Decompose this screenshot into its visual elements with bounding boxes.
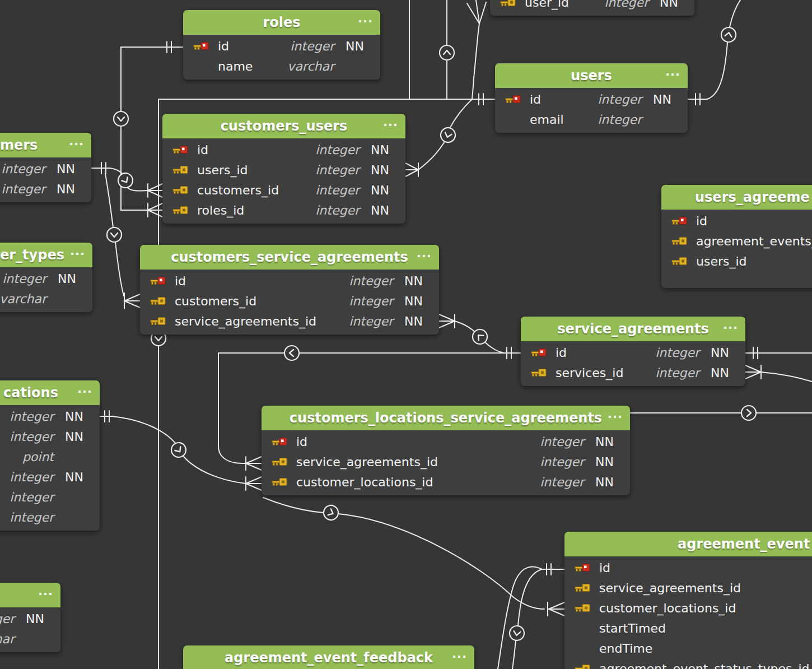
table-er_types_partial[interactable]: er_types···integerNNvarchar <box>0 243 92 312</box>
relationship-line <box>235 463 246 463</box>
table-row[interactable]: service_agreements_id <box>564 578 812 598</box>
table-menu-dots[interactable]: ··· <box>70 248 85 259</box>
table-row[interactable]: integerNN <box>0 406 100 426</box>
table-header[interactable]: er_types··· <box>0 243 92 267</box>
table-row[interactable]: endTime <box>564 638 812 658</box>
table-row[interactable]: roles_idintegerNN <box>162 200 405 220</box>
table-row[interactable]: agreement_event_status_types_id <box>564 658 812 669</box>
table-header[interactable]: roles··· <box>183 10 380 35</box>
table-header[interactable]: customers_service_agreements··· <box>140 245 439 270</box>
column-name: service_agreements_id <box>175 314 349 328</box>
relationship-line <box>439 321 455 328</box>
table-row[interactable]: service_agreements_idintegerNN <box>140 311 439 331</box>
table-agreement_events_partial[interactable]: agreement_event···idservice_agreements_i… <box>564 532 812 669</box>
table-row[interactable]: users_idintegerNN <box>162 160 405 180</box>
table-menu-dots[interactable]: ··· <box>38 588 53 600</box>
table-header[interactable]: customers_users··· <box>162 114 405 138</box>
table-header[interactable]: customers_locations_service_agreements··… <box>262 406 630 430</box>
table-row[interactable]: idintegerNN <box>495 89 688 109</box>
table-row[interactable]: integer <box>0 507 100 527</box>
table-agreement_event_feedback[interactable]: agreement_event_feedback··· <box>183 645 474 669</box>
table-row[interactable]: har <box>0 629 60 649</box>
column-name: user_id <box>525 0 604 10</box>
foreign-key-cell <box>671 255 696 267</box>
table-row[interactable]: customers_idintegerNN <box>162 180 405 200</box>
relationship-line <box>112 416 175 443</box>
relationship-line <box>707 43 727 99</box>
table-header[interactable]: ··· <box>0 583 60 607</box>
table-users_agreements_partial[interactable]: users_agreeme···idagreement_events_users… <box>661 185 812 288</box>
table-row[interactable]: point <box>0 447 100 467</box>
table-row[interactable]: customers_idintegerNN <box>140 291 439 311</box>
table-body: idintegerNNusers_idintegerNNcustomers_id… <box>162 138 405 224</box>
column-type: varchar <box>287 59 334 73</box>
table-menu-dots[interactable]: ··· <box>608 411 623 422</box>
table-row[interactable]: agreement_events_ <box>661 231 812 251</box>
table-row[interactable]: customer_locations_id <box>564 598 812 618</box>
not-null-flag: NN <box>711 366 733 380</box>
table-row[interactable]: id <box>564 558 812 578</box>
table-header[interactable]: service_agreements··· <box>521 317 745 341</box>
table-row[interactable]: emailinteger <box>495 109 688 129</box>
table-row[interactable]: integerNN <box>0 467 100 487</box>
table-row[interactable]: integerNN <box>0 179 91 199</box>
not-null-flag: NN <box>404 314 427 328</box>
column-name: id <box>296 435 540 449</box>
table-row[interactable]: services_idintegerNN <box>521 363 745 383</box>
table-row[interactable]: idintegerNN <box>262 431 630 452</box>
table-menu-dots[interactable]: ··· <box>417 250 432 262</box>
table-roles[interactable]: roles···idintegerNNnamevarchar <box>183 10 380 80</box>
table-customers_locations_service_agreements[interactable]: customers_locations_service_agreements··… <box>262 406 630 495</box>
relationship-direction-marker <box>439 126 457 144</box>
table-menu-dots[interactable]: ··· <box>77 385 92 397</box>
table-row[interactable]: service_agreements_idintegerNN <box>262 452 630 472</box>
table-row[interactable]: id <box>661 211 812 231</box>
table-row[interactable]: namevarchar <box>183 56 380 76</box>
table-row[interactable]: gerNN <box>0 608 60 629</box>
table-menu-dots[interactable]: ··· <box>69 138 84 150</box>
relationship-line <box>745 365 761 372</box>
relationship-line <box>124 301 140 308</box>
table-row[interactable]: customer_locations_idintegerNN <box>262 472 630 492</box>
table-row[interactable]: idintegerNN <box>521 342 745 363</box>
table-row[interactable]: integerNN <box>0 268 92 289</box>
table-menu-dots[interactable]: ··· <box>665 68 680 80</box>
table-row[interactable]: integerNN <box>0 426 100 447</box>
table-row[interactable]: varchar <box>0 289 92 309</box>
foreign-key-cell <box>172 164 197 176</box>
table-service_agreements[interactable]: service_agreements···idintegerNNservices… <box>521 317 745 386</box>
table-row[interactable]: integerNN <box>0 159 91 179</box>
table-menu-dots[interactable]: ··· <box>383 119 398 131</box>
table-menu-dots[interactable]: ··· <box>358 15 373 27</box>
table-header[interactable]: cations··· <box>0 380 100 405</box>
table-customers_service_agreements[interactable]: customers_service_agreements···idinteger… <box>140 245 439 334</box>
relationship-line <box>218 353 235 463</box>
table-row[interactable]: user_idintegerNN <box>490 0 694 12</box>
table-customers_partial[interactable]: mers···integerNNintegerNN <box>0 133 91 202</box>
primary-key-icon <box>505 93 522 105</box>
table-header[interactable]: users_agreeme··· <box>661 185 812 210</box>
table-users[interactable]: users···idintegerNNemailinteger <box>495 63 688 133</box>
table-menu-dots[interactable]: ··· <box>723 322 738 333</box>
table-top_partial[interactable]: user_idintegerNN <box>490 0 694 16</box>
table-bottom_left_partial[interactable]: ···gerNNhar <box>0 583 60 652</box>
column-type: integer <box>10 430 54 444</box>
table-customers_users[interactable]: customers_users···idintegerNNusers_idint… <box>162 114 405 224</box>
primary-key-cell <box>193 40 218 52</box>
table-header[interactable]: agreement_event··· <box>564 532 812 556</box>
er-diagram-canvas[interactable]: roles···idintegerNNnamevarcharusers···id… <box>0 0 812 669</box>
table-row[interactable]: users_id <box>661 251 812 271</box>
table-row[interactable]: idintegerNN <box>162 140 405 160</box>
table-row[interactable]: idintegerNN <box>183 36 380 56</box>
table-row[interactable]: integer <box>0 487 100 507</box>
table-row[interactable]: startTimed <box>564 618 812 638</box>
table-body: idintegerNNservice_agreements_idintegerN… <box>262 430 630 495</box>
table-header[interactable]: users··· <box>495 63 688 88</box>
table-menu-dots[interactable]: ··· <box>452 651 467 662</box>
table-customer_locations_partial[interactable]: cations···integerNNintegerNNpointinteger… <box>0 380 100 531</box>
table-header[interactable]: agreement_event_feedback··· <box>183 645 474 669</box>
table-row[interactable]: idintegerNN <box>140 271 439 291</box>
table-header[interactable]: mers··· <box>0 133 91 157</box>
relationship-line <box>246 457 262 463</box>
column-type: integer <box>349 274 393 288</box>
